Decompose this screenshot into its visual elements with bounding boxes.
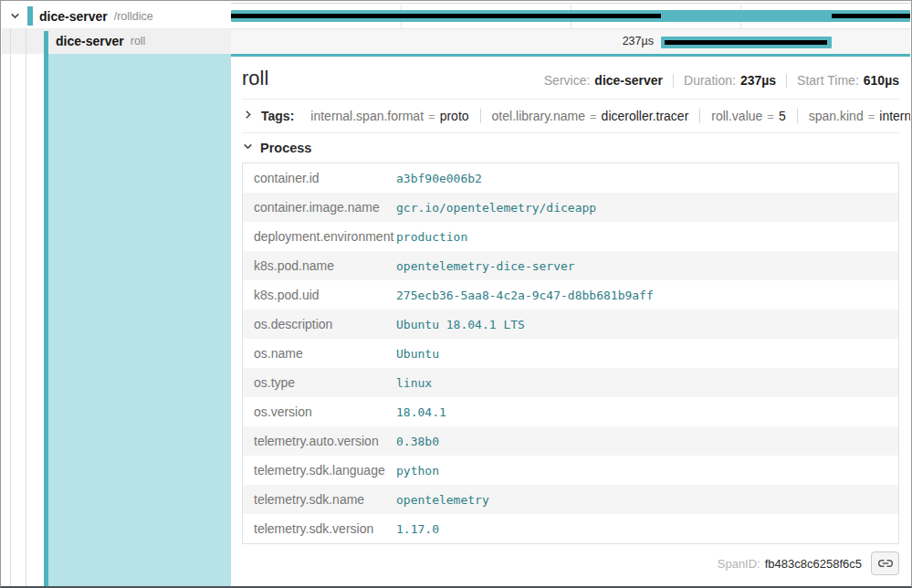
table-row: os.name Ubuntu — [243, 339, 898, 368]
equals-sign: = — [868, 110, 875, 123]
tag-value: diceroller.tracer — [602, 109, 689, 123]
service-color-bar — [27, 6, 33, 26]
table-row: os.version 18.04.1 — [243, 397, 898, 426]
table-row: container.image.name gcr.io/opentelemetr… — [243, 193, 898, 222]
chevron-right-icon[interactable] — [242, 108, 254, 124]
table-row: k8s.pod.name opentelemetry-dice-server — [243, 251, 898, 280]
process-key-value-table: container.id a3bf90e006b2 container.imag… — [242, 163, 899, 544]
kv-value: 1.17.0 — [396, 522, 898, 536]
tree-indent-guide — [10, 28, 11, 586]
tag-item: span.kind = internal — [798, 109, 910, 123]
kv-value: 275ecb36-5aa8-4c2a-9c47-d8bb681b9aff — [396, 289, 898, 302]
kv-value: linux — [396, 376, 898, 390]
timeline-canvas: 237µs — [231, 3, 910, 54]
tag-key: roll.value — [711, 109, 762, 123]
span-detail-panel: roll Service: dice-server Duration: 237µ… — [231, 54, 910, 586]
kv-key: telemetry.sdk.version — [243, 521, 396, 536]
kv-key: k8s.pod.uid — [243, 288, 396, 302]
table-row: os.description Ubuntu 18.04.1 LTS — [243, 310, 898, 339]
start-time-label: Start Time: — [797, 73, 859, 88]
table-row: os.type linux — [243, 368, 898, 397]
span-service-name: dice-server — [56, 34, 124, 48]
critical-path-segment — [665, 40, 827, 45]
tag-item: internal.span.format = proto — [299, 109, 480, 123]
timeline-row-rolldice — [231, 3, 910, 28]
span-title: roll — [242, 67, 268, 90]
table-row: telemetry.sdk.language python — [243, 456, 898, 485]
process-label: Process — [260, 141, 311, 155]
kv-value: python — [396, 464, 898, 478]
process-accordion[interactable]: Process — [242, 133, 899, 162]
span-operation-name: /rolldice — [114, 10, 153, 23]
jaeger-trace-window: dice-server /rolldice dice-server roll 2… — [0, 0, 912, 588]
kv-key: deployment.environment — [243, 229, 396, 244]
equals-sign: = — [428, 110, 435, 123]
span-row-roll[interactable]: dice-server roll — [2, 28, 231, 54]
kv-key: container.id — [243, 171, 396, 185]
kv-value: a3bf90e006b2 — [396, 172, 898, 185]
selected-span-highlight — [48, 54, 231, 586]
span-overview: Service: dice-server Duration: 237µs Sta… — [544, 73, 899, 88]
equals-sign: = — [767, 110, 774, 123]
kv-value: production — [396, 230, 898, 244]
kv-key: os.name — [243, 346, 396, 361]
kv-key: os.type — [243, 375, 396, 390]
tag-key: otel.library.name — [492, 109, 585, 123]
tag-value: 5 — [779, 109, 786, 123]
start-time-value: 610µs — [864, 73, 899, 88]
span-operation-name: roll — [131, 35, 146, 47]
chevron-down-icon[interactable] — [242, 140, 254, 156]
tag-item: roll.value = 5 — [700, 109, 797, 123]
span-row-rolldice[interactable]: dice-server /rolldice — [2, 4, 231, 28]
tag-value: internal — [879, 109, 910, 123]
kv-value: gcr.io/opentelemetry/diceapp — [396, 201, 898, 215]
service-value: dice-server — [594, 73, 663, 88]
tree-indent-guide — [26, 28, 26, 586]
duration-label: Duration: — [684, 73, 736, 88]
kv-value: Ubuntu — [396, 347, 898, 361]
table-row: telemetry.sdk.name opentelemetry — [243, 485, 898, 514]
kv-key: os.version — [243, 404, 396, 419]
timeline-row-roll: 237µs — [231, 28, 910, 54]
divider — [673, 74, 674, 88]
kv-key: os.description — [243, 317, 396, 331]
critical-path-segment — [231, 14, 661, 18]
tags-accordion[interactable]: Tags: internal.span.format = proto otel.… — [242, 100, 899, 133]
service-label: Service: — [544, 73, 591, 88]
table-row: deployment.environment production — [243, 222, 898, 251]
kv-key: k8s.pod.name — [243, 258, 396, 273]
tag-item: otel.library.name = diceroller.tracer — [481, 109, 701, 123]
table-row: k8s.pod.uid 275ecb36-5aa8-4c2a-9c47-d8bb… — [243, 280, 898, 310]
kv-value: opentelemetry — [396, 493, 898, 507]
critical-path-segment — [832, 14, 910, 18]
link-icon — [878, 556, 893, 571]
kv-value: 18.04.1 — [396, 405, 898, 419]
equals-sign: = — [590, 110, 597, 123]
selected-span-color-bar — [44, 31, 48, 586]
tag-key: internal.span.format — [310, 109, 424, 123]
span-detail-footer: SpanID: fb483c8c6258f6c5 — [242, 544, 899, 583]
span-detail-header: roll Service: dice-server Duration: 237µ… — [242, 57, 899, 100]
kv-value: Ubuntu 18.04.1 LTS — [396, 318, 898, 331]
kv-value: opentelemetry-dice-server — [396, 259, 898, 273]
table-row: telemetry.sdk.version 1.17.0 — [243, 514, 898, 543]
table-row: telemetry.auto.version 0.38b0 — [243, 426, 898, 456]
kv-value: 0.38b0 — [396, 435, 898, 448]
copy-link-button[interactable] — [871, 551, 899, 575]
duration-value: 237µs — [740, 73, 776, 88]
divider — [786, 74, 787, 88]
kv-key: telemetry.sdk.name — [243, 492, 396, 507]
tag-key: span.kind — [809, 109, 864, 123]
kv-key: telemetry.sdk.language — [243, 463, 396, 478]
tags-label: Tags: — [261, 109, 294, 123]
span-duration-label: 237µs — [623, 35, 661, 47]
kv-key: container.image.name — [243, 200, 396, 215]
spanid-label: SpanID: — [718, 557, 760, 571]
kv-key: telemetry.auto.version — [243, 434, 396, 448]
table-row: container.id a3bf90e006b2 — [243, 163, 898, 193]
spanid-value: fb483c8c6258f6c5 — [765, 557, 862, 571]
chevron-down-icon[interactable] — [9, 10, 21, 22]
tag-value: proto — [440, 109, 469, 123]
span-service-name: dice-server — [39, 9, 108, 24]
